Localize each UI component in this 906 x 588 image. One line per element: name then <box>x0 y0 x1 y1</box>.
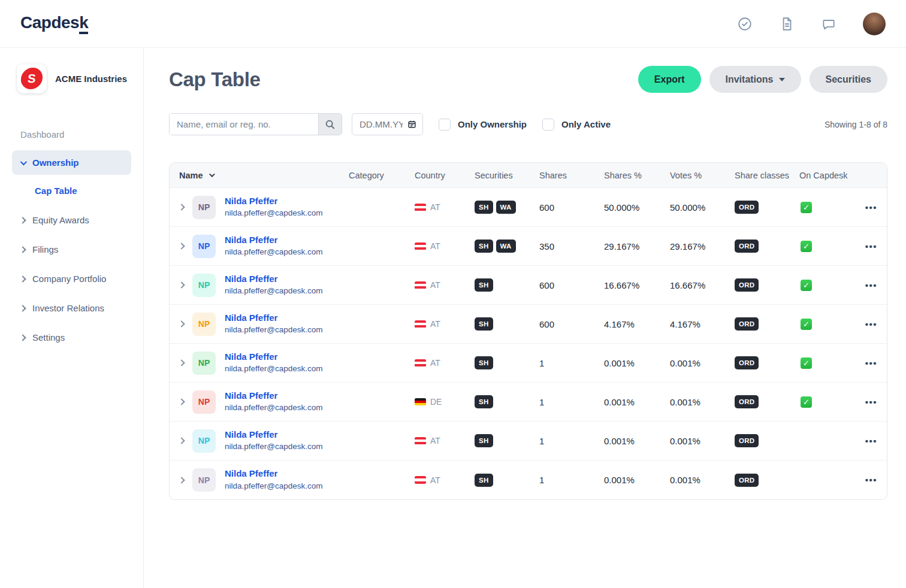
row-actions-menu[interactable]: ••• <box>851 436 877 446</box>
shares-pct-cell: 29.167% <box>604 241 670 251</box>
expand-row-chevron-icon[interactable] <box>179 322 192 326</box>
votes-pct-cell: 0.001% <box>670 358 735 368</box>
on-capdesk-cell: ✓ <box>799 241 851 252</box>
shareholder-name-link[interactable]: Nilda Pfeffer <box>225 429 349 441</box>
expand-row-chevron-icon[interactable] <box>179 283 192 287</box>
results-count: Showing 1-8 of 8 <box>825 120 887 129</box>
invitations-button[interactable]: Invitations <box>709 66 801 93</box>
expand-row-chevron-icon[interactable] <box>179 399 192 404</box>
country-flag-icon <box>415 204 426 211</box>
expand-row-chevron-icon[interactable] <box>179 478 192 483</box>
chat-icon[interactable] <box>821 16 836 32</box>
table-row: NP Nilda Pfeffer nilda.pfeffer@capdesk.c… <box>170 188 887 227</box>
column-header-securities: Securities <box>475 171 539 180</box>
share-classes-cell: ORD <box>735 278 799 292</box>
country-flag-icon <box>415 320 426 328</box>
column-header-name[interactable]: Name <box>179 171 349 180</box>
row-actions-menu[interactable]: ••• <box>851 319 877 329</box>
security-badge: SH <box>475 474 493 487</box>
security-badge: SH <box>475 201 493 214</box>
only-active-filter[interactable]: Only Active <box>542 119 611 131</box>
row-actions-menu[interactable]: ••• <box>851 475 877 485</box>
export-button[interactable]: Export <box>638 66 701 93</box>
sidebar-item-company-portfolio[interactable]: Company Portfolio <box>12 266 131 291</box>
security-badge: SH <box>475 317 493 331</box>
date-input[interactable] <box>360 119 403 129</box>
expand-row-chevron-icon[interactable] <box>179 244 192 248</box>
sidebar-item-dashboard[interactable]: Dashboard <box>12 122 131 147</box>
shares-pct-cell: 0.001% <box>604 436 670 446</box>
column-header-votes-pct: Votes % <box>670 171 735 180</box>
sidebar-item-investor-relations[interactable]: Investor Relations <box>12 296 131 320</box>
sidebar-item-settings[interactable]: Settings <box>12 325 131 350</box>
row-actions-menu[interactable]: ••• <box>851 358 877 368</box>
shares-cell: 600 <box>539 319 604 329</box>
share-class-badge: ORD <box>735 278 759 292</box>
share-class-badge: ORD <box>735 201 759 214</box>
check-circle-icon[interactable] <box>737 16 753 32</box>
user-avatar[interactable] <box>863 13 886 35</box>
country-code: AT <box>430 358 440 368</box>
row-actions-menu[interactable]: ••• <box>851 280 877 290</box>
country-cell: AT <box>415 202 475 212</box>
avatar: NP <box>192 196 216 219</box>
search-input[interactable] <box>170 114 318 135</box>
share-class-badge: ORD <box>735 240 759 253</box>
expand-row-chevron-icon[interactable] <box>179 205 192 210</box>
securities-cell: SHWA <box>475 240 539 253</box>
shareholder-name-link[interactable]: Nilda Pfeffer <box>225 274 349 285</box>
column-header-shares: Shares <box>539 171 604 180</box>
shares-pct-cell: 16.667% <box>604 280 670 290</box>
avatar: NP <box>192 274 216 297</box>
shareholder-email: nilda.pfeffer@capdesk.com <box>225 442 323 451</box>
share-class-badge: ORD <box>735 395 759 408</box>
sidebar-nav: Dashboard Ownership Cap Table Equity Awa… <box>12 122 131 350</box>
shareholder-email: nilda.pfeffer@capdesk.com <box>225 364 323 373</box>
sidebar-item-ownership[interactable]: Ownership <box>12 150 131 175</box>
sidebar: S ACME Industries Dashboard Ownership Ca… <box>0 48 144 588</box>
country-flag-icon <box>415 359 426 367</box>
shareholder-name-link[interactable]: Nilda Pfeffer <box>225 351 349 363</box>
expand-row-chevron-icon[interactable] <box>179 360 192 365</box>
sidebar-item-label: Equity Awards <box>32 215 89 225</box>
on-capdesk-check-icon: ✓ <box>801 319 812 330</box>
sidebar-item-cap-table[interactable]: Cap Table <box>12 178 131 203</box>
sidebar-item-label: Ownership <box>32 157 79 168</box>
table-body: NP Nilda Pfeffer nilda.pfeffer@capdesk.c… <box>170 188 887 499</box>
company-logo-icon: S <box>17 63 47 93</box>
company-switcher[interactable]: S ACME Industries <box>17 63 131 93</box>
row-actions-menu[interactable]: ••• <box>851 397 877 407</box>
country-flag-icon <box>415 243 426 250</box>
share-classes-cell: ORD <box>735 434 799 447</box>
shares-cell: 600 <box>539 280 604 290</box>
country-code: AT <box>430 436 440 445</box>
row-actions-menu[interactable]: ••• <box>851 241 877 251</box>
sidebar-item-label: Filings <box>32 244 58 254</box>
shareholder-name-link[interactable]: Nilda Pfeffer <box>225 196 349 207</box>
shares-pct-cell: 4.167% <box>604 319 670 329</box>
shareholder-name-link[interactable]: Nilda Pfeffer <box>225 468 349 480</box>
document-icon[interactable] <box>779 16 795 32</box>
country-cell: AT <box>415 241 475 251</box>
securities-button[interactable]: Securities <box>810 66 887 93</box>
country-code: AT <box>430 202 440 212</box>
sidebar-item-filings[interactable]: Filings <box>12 237 131 262</box>
shares-pct-cell: 0.001% <box>604 358 670 368</box>
capdesk-logo[interactable]: CapdeskCapdesk <box>20 13 88 34</box>
search-button[interactable] <box>318 114 342 135</box>
on-capdesk-cell: ✓ <box>799 319 851 330</box>
shareholder-name-link[interactable]: Nilda Pfeffer <box>225 390 349 402</box>
row-actions-menu[interactable]: ••• <box>851 202 877 213</box>
only-active-checkbox[interactable] <box>542 119 554 131</box>
shareholder-name-link[interactable]: Nilda Pfeffer <box>225 235 349 246</box>
only-ownership-checkbox[interactable] <box>439 119 451 131</box>
only-ownership-filter[interactable]: Only Ownership <box>439 119 527 131</box>
country-code: DE <box>430 397 442 407</box>
shareholder-email: nilda.pfeffer@capdesk.com <box>225 325 323 334</box>
sidebar-item-equity-awards[interactable]: Equity Awards <box>12 208 131 232</box>
shareholder-name-link[interactable]: Nilda Pfeffer <box>225 313 349 324</box>
on-capdesk-check-icon: ✓ <box>801 357 812 369</box>
only-ownership-label: Only Ownership <box>458 119 527 129</box>
table-row: NP Nilda Pfeffer nilda.pfeffer@capdesk.c… <box>170 422 887 460</box>
expand-row-chevron-icon[interactable] <box>179 438 192 443</box>
